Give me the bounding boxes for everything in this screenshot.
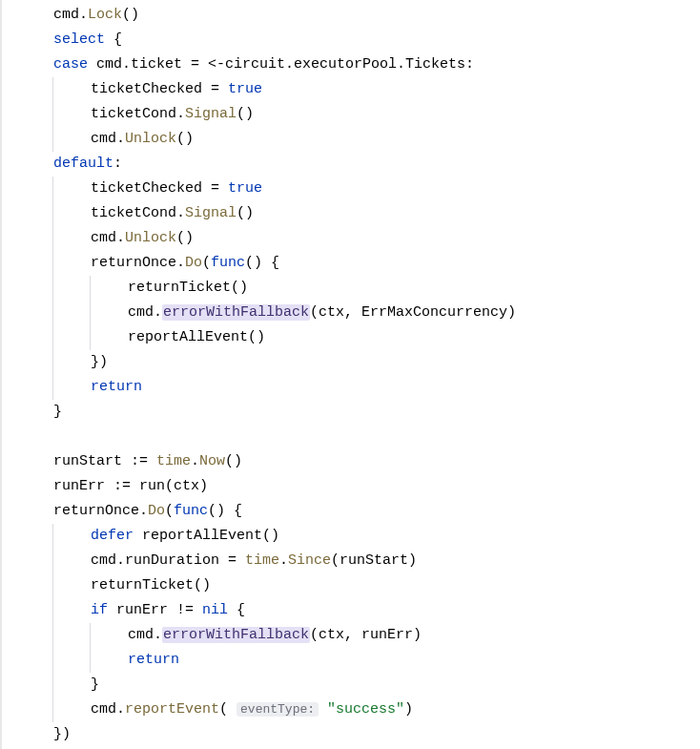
code-line[interactable]: returnOnce.Do(func() { <box>15 251 700 276</box>
indent-guide <box>15 549 53 573</box>
indent-guide <box>52 673 91 697</box>
code-token-nil: nil <box>202 602 228 618</box>
indent-guide <box>15 697 53 722</box>
indent-guide <box>52 648 91 673</box>
code-token-plain: } <box>91 676 99 693</box>
code-token-plain: runErr := run(ctx) <box>53 478 208 494</box>
code-line[interactable]: cmd.errorWithFallback(ctx, runErr) <box>15 623 700 648</box>
code-token-plain: reportAllEvent() <box>134 528 279 544</box>
code-line[interactable]: default: <box>15 152 700 177</box>
code-token-plain: (ctx, runErr) <box>310 627 422 643</box>
indent-guide <box>52 77 91 102</box>
code-token-plain: ) <box>404 701 413 718</box>
indent-guide <box>15 201 53 226</box>
code-token-method: Signal <box>185 205 237 221</box>
indent-guide <box>52 276 91 301</box>
code-token-plain: ticketChecked = <box>91 180 228 197</box>
code-line[interactable]: } <box>15 400 700 425</box>
code-line[interactable]: } <box>15 673 700 697</box>
code-line[interactable]: cmd.Unlock() <box>15 127 700 152</box>
indent-guide <box>15 400 53 425</box>
indent-guide <box>15 623 53 648</box>
indent-guide <box>15 77 53 102</box>
code-viewport: cmd.Lock()select {case cmd.ticket = <-ci… <box>0 0 700 749</box>
code-line[interactable] <box>15 425 700 449</box>
code-token-kw: defer <box>91 528 134 544</box>
code-token-plain: ticketCond. <box>91 106 185 122</box>
code-token-method: Now <box>199 453 225 469</box>
code-token-plain: : <box>113 156 122 172</box>
code-token-plain: ( <box>165 503 174 519</box>
code-token-plain: () { <box>245 255 279 271</box>
code-token-plain: cmd. <box>128 627 162 643</box>
code-token-kw: return <box>91 379 142 395</box>
code-line[interactable]: cmd.reportEvent( eventType: "success") <box>15 697 700 722</box>
code-line[interactable]: if runErr != nil { <box>15 598 700 623</box>
indent-guide <box>90 623 128 648</box>
code-token-bool: true <box>228 180 262 197</box>
code-line[interactable]: returnOnce.Do(func() { <box>15 499 700 524</box>
code-line[interactable]: reportAllEvent() <box>15 325 700 350</box>
code-line[interactable]: returnTicket() <box>15 573 700 598</box>
code-token-plain: () <box>176 131 194 147</box>
indent-guide <box>15 425 53 449</box>
code-token-plain: cmd. <box>91 230 125 246</box>
indent-guide <box>15 177 53 201</box>
code-token-plain: { <box>105 31 122 48</box>
code-token-method: Unlock <box>125 230 176 246</box>
indent-guide <box>52 524 91 549</box>
indent-guide <box>15 251 53 276</box>
code-line[interactable]: }) <box>15 722 700 747</box>
code-line[interactable]: return <box>15 375 700 400</box>
indent-guide <box>15 648 53 673</box>
indent-guide <box>15 499 53 524</box>
code-line[interactable]: cmd.errorWithFallback(ctx, ErrMaxConcurr… <box>15 301 700 325</box>
code-token-kw: return <box>128 652 179 668</box>
code-line[interactable]: return <box>15 648 700 673</box>
code-line[interactable]: ticketChecked = true <box>15 77 700 102</box>
indent-guide <box>15 28 53 52</box>
code-token-plain: cmd.ticket = <-circuit.executorPool.Tick… <box>88 56 474 73</box>
code-line[interactable]: ticketCond.Signal() <box>15 201 700 226</box>
indent-guide <box>52 573 91 598</box>
code-token-hint: eventType: <box>237 702 319 717</box>
indent-guide <box>52 350 91 375</box>
indent-guide <box>15 375 53 400</box>
code-line[interactable]: runErr := run(ctx) <box>15 474 700 499</box>
code-token-pkg: time <box>245 552 279 569</box>
indent-guide <box>52 325 91 350</box>
indent-guide <box>52 201 91 226</box>
code-line[interactable]: cmd.runDuration = time.Since(runStart) <box>15 549 700 573</box>
code-token-plain: returnOnce. <box>91 255 185 271</box>
code-line[interactable]: select { <box>15 28 700 52</box>
code-token-hl: errorWithFallback <box>162 627 310 643</box>
code-token-plain: } <box>53 404 62 420</box>
code-block[interactable]: cmd.Lock()select {case cmd.ticket = <-ci… <box>15 3 700 747</box>
code-token-plain: returnOnce. <box>53 503 148 519</box>
code-token-plain: (ctx, ErrMaxConcurrency) <box>310 304 516 321</box>
code-line[interactable]: cmd.Unlock() <box>15 226 700 251</box>
code-line[interactable]: cmd.Lock() <box>15 3 700 28</box>
code-line[interactable]: returnTicket() <box>15 276 700 301</box>
indent-guide <box>15 127 53 152</box>
indent-guide <box>52 102 91 127</box>
indent-guide <box>15 102 53 127</box>
code-token-plain: cmd. <box>91 701 125 718</box>
indent-guide <box>52 301 91 325</box>
code-token-bool: true <box>228 81 262 97</box>
code-line[interactable]: defer reportAllEvent() <box>15 524 700 549</box>
code-line[interactable]: ticketCond.Signal() <box>15 102 700 127</box>
code-token-plain: () { <box>208 503 242 519</box>
code-token-plain: ticketChecked = <box>91 81 228 97</box>
indent-guide <box>90 301 128 325</box>
code-token-plain: () <box>237 205 254 221</box>
code-line[interactable]: runStart := time.Now() <box>15 449 700 474</box>
code-line[interactable]: }) <box>15 350 700 375</box>
indent-guide <box>15 152 53 177</box>
indent-guide <box>90 276 128 301</box>
code-line[interactable]: ticketChecked = true <box>15 177 700 201</box>
code-line[interactable]: case cmd.ticket = <-circuit.executorPool… <box>15 52 700 77</box>
indent-guide <box>52 623 91 648</box>
indent-guide <box>52 549 91 573</box>
code-token-kw: func <box>211 255 245 271</box>
